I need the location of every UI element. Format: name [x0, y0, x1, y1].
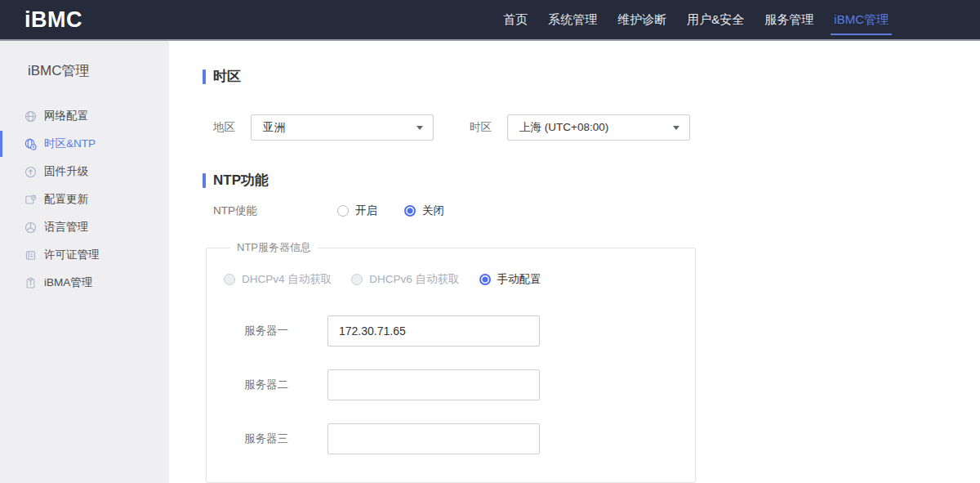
- nav-item-system-mgmt[interactable]: 系统管理: [548, 0, 597, 39]
- section-title-text: 时区: [213, 67, 241, 86]
- radio-option-label: DHCPv6 自动获取: [369, 272, 459, 287]
- radio-option-label: 关闭: [422, 203, 444, 218]
- ntp-enable-row: NTP使能 开启 关闭: [213, 203, 980, 219]
- sidebar-item-network-config[interactable]: 网络配置: [0, 102, 169, 130]
- radio-disabled-icon: [224, 274, 235, 285]
- timezone-form-row: 地区 亚洲 时区 上海 (UTC+08:00): [213, 114, 980, 141]
- radio-option-label: 开启: [355, 203, 377, 218]
- ibma-clipboard-icon: [24, 277, 37, 289]
- sidebar-item-label: 许可证管理: [44, 248, 100, 262]
- ntp-server-row-1: 服务器一: [224, 315, 695, 347]
- top-navbar: iBMC 首页 系统管理 维护诊断 用户&安全 服务管理 iBMC管理: [0, 0, 980, 41]
- ntp-server-legend: NTP服务器信息: [230, 240, 318, 255]
- nav-item-maintenance[interactable]: 维护诊断: [617, 0, 666, 39]
- chevron-down-icon: [416, 126, 423, 130]
- sidebar-item-label: 配置更新: [44, 192, 88, 207]
- chevron-down-icon: [673, 126, 679, 130]
- app-logo: iBMC: [24, 9, 82, 31]
- nav-item-ibmc-mgmt[interactable]: iBMC管理: [834, 0, 889, 39]
- timezone-section: 时区 地区 亚洲 时区 上海 (UTC+08:00): [203, 67, 980, 141]
- sidebar-item-config-update[interactable]: 配置更新: [0, 186, 169, 213]
- ntp-mode-manual-radio[interactable]: 手动配置: [479, 272, 541, 287]
- sidebar-item-firmware-upgrade[interactable]: 固件升级: [0, 158, 169, 186]
- ntp-server-row-3: 服务器三: [224, 423, 695, 454]
- ntp-mode-dhcpv4-radio[interactable]: DHCPv4 自动获取: [224, 272, 332, 287]
- section-title-ntp: NTP功能: [203, 171, 980, 190]
- main-content: 时区 地区 亚洲 时区 上海 (UTC+08:00) NTP功能: [169, 41, 980, 483]
- title-accent-bar: [203, 173, 206, 188]
- ntp-enable-on-radio[interactable]: 开启: [337, 203, 377, 218]
- section-title-timezone: 时区: [203, 67, 980, 86]
- server-one-label: 服务器一: [244, 324, 327, 338]
- server-two-label: 服务器二: [244, 378, 327, 392]
- radio-option-label: 手动配置: [497, 272, 541, 287]
- firmware-upgrade-icon: [24, 166, 37, 178]
- nav-item-service-mgmt[interactable]: 服务管理: [764, 0, 813, 39]
- sidebar: iBMC管理 网络配置 时区&NTP: [0, 41, 169, 483]
- server-three-label: 服务器三: [244, 432, 327, 446]
- server-two-input[interactable]: [327, 369, 540, 400]
- sidebar-item-label: 时区&NTP: [44, 136, 96, 151]
- network-globe-icon: [24, 110, 37, 123]
- timezone-select[interactable]: 上海 (UTC+08:00): [507, 114, 690, 141]
- config-update-icon: [24, 194, 37, 206]
- sidebar-item-language-mgmt[interactable]: 语言管理: [0, 213, 169, 241]
- radio-unselected-icon: [337, 205, 349, 217]
- section-title-text: NTP功能: [213, 171, 269, 190]
- timezone-select-value: 上海 (UTC+08:00): [519, 120, 673, 135]
- server-one-input[interactable]: [327, 315, 540, 347]
- ntp-server-row-2: 服务器二: [224, 369, 695, 400]
- nav-item-home[interactable]: 首页: [503, 0, 528, 39]
- timezone-label: 时区: [470, 120, 507, 135]
- sidebar-menu: 网络配置 时区&NTP 固件升级: [0, 102, 169, 297]
- ntp-section: NTP功能 NTP使能 开启 关闭 NTP服务器信息 DHC: [203, 171, 980, 483]
- radio-disabled-icon: [351, 274, 363, 285]
- title-accent-bar: [203, 69, 206, 84]
- region-label: 地区: [213, 120, 251, 135]
- sidebar-item-label: 网络配置: [44, 109, 88, 123]
- region-select[interactable]: 亚洲: [251, 114, 434, 141]
- sidebar-item-license-mgmt[interactable]: 许可证管理: [0, 241, 169, 269]
- sidebar-item-label: 固件升级: [44, 164, 88, 179]
- server-three-input[interactable]: [327, 423, 540, 454]
- radio-option-label: DHCPv4 自动获取: [242, 272, 332, 287]
- language-icon: [24, 221, 37, 234]
- ntp-mode-row: DHCPv4 自动获取 DHCPv6 自动获取 手动配置: [224, 271, 695, 288]
- primary-nav: 首页 系统管理 维护诊断 用户&安全 服务管理 iBMC管理: [503, 0, 889, 39]
- sidebar-title: iBMC管理: [0, 41, 169, 80]
- app-window: iBMC 首页 系统管理 维护诊断 用户&安全 服务管理 iBMC管理 iBMC…: [0, 0, 980, 483]
- ntp-mode-dhcpv6-radio[interactable]: DHCPv6 自动获取: [351, 272, 459, 287]
- ntp-enable-off-radio[interactable]: 关闭: [404, 203, 444, 218]
- sidebar-item-ibma-mgmt[interactable]: iBMA管理: [0, 269, 169, 297]
- sidebar-item-label: iBMA管理: [44, 275, 92, 290]
- region-select-value: 亚洲: [263, 120, 416, 135]
- license-icon: [24, 249, 37, 262]
- ntp-enable-label: NTP使能: [213, 203, 337, 218]
- radio-selected-icon: [404, 205, 416, 217]
- ntp-server-fieldset: NTP服务器信息 DHCPv4 自动获取 DHCPv6 自动获取 手动配置: [206, 240, 696, 483]
- sidebar-item-label: 语言管理: [44, 220, 88, 235]
- sidebar-item-timezone-ntp[interactable]: 时区&NTP: [0, 130, 169, 158]
- nav-item-user-security[interactable]: 用户&安全: [687, 0, 744, 39]
- timezone-clock-icon: [24, 138, 37, 150]
- radio-selected-icon: [479, 274, 491, 285]
